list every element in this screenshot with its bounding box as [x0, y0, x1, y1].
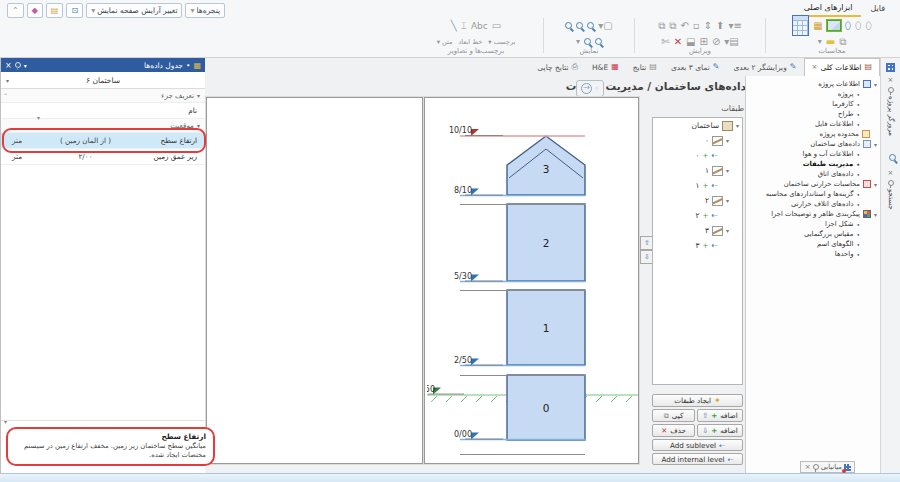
undo-icon[interactable]: ↶ — [680, 21, 688, 31]
windows-button[interactable]: پنجره‌ها▾ — [185, 3, 225, 18]
delete-floor-button[interactable]: حذف✕ — [652, 424, 695, 437]
tree-item-floor[interactable]: ▾۰ — [653, 133, 742, 148]
data-table-titlebar[interactable]: ▦ •جدول داده‌ها ▾ × — [1, 58, 205, 72]
nav-item-floor-management[interactable]: •مدیریت طبقات — [746, 159, 880, 169]
resize-icon[interactable]: ⇕ — [704, 21, 712, 31]
dimension-line-button[interactable]: خط ابعاد — [458, 38, 482, 46]
highlight-icon[interactable]: ▬ — [826, 37, 835, 47]
shape-icon[interactable]: ▭ — [492, 21, 501, 31]
chevron-down-icon[interactable]: ▾ — [726, 137, 729, 144]
tree-item-floor[interactable]: ▾۳ — [653, 223, 742, 238]
create-floors-button[interactable]: ✦ایجاد طبقات — [652, 394, 743, 407]
tab-results[interactable]: ▤ نتایج — [626, 59, 664, 76]
tab-hne[interactable]: ▦ H&E — [585, 59, 626, 76]
tree-item-floor[interactable]: ▾۲ — [653, 193, 742, 208]
list-icon[interactable]: ≡▾ — [728, 21, 741, 31]
tab-3d-view[interactable]: ✎ نمای ۳ بعدی — [664, 59, 727, 76]
line-icon[interactable]: ╲ — [451, 21, 457, 31]
tree-item-level[interactable]: ⇠+۲ — [653, 208, 742, 223]
chevron-down-icon[interactable]: ▾ — [726, 167, 729, 174]
chevron-down-icon[interactable]: ▾ — [4, 418, 7, 425]
close-icon[interactable]: × — [812, 63, 818, 71]
search-icon[interactable] — [886, 146, 896, 165]
add-floor-above-button[interactable]: اضافه+⇧ — [697, 409, 743, 422]
section-position[interactable]: ▾موقعیت — [1, 119, 205, 133]
project-browser-vertical-tab[interactable]: مرورگر پروژه× — [887, 76, 895, 136]
nav-forward-button[interactable]: ⁘ → — [576, 80, 604, 97]
zoom-extents-icon[interactable] — [565, 22, 572, 29]
building-selector[interactable]: ساختمان ۶ ▾ — [1, 72, 205, 89]
search-vertical-tab[interactable]: جستجو× — [887, 169, 895, 210]
chevron-down-icon[interactable]: ▾ — [37, 114, 40, 121]
project-browser-icon[interactable] — [886, 63, 895, 72]
add-sublevel-button[interactable]: Add sublevel⇠ — [652, 439, 743, 451]
forbid-icon[interactable]: ⊘ — [712, 37, 720, 47]
chevron-down-icon[interactable]: ▾ — [24, 62, 27, 69]
zoom-in-icon[interactable] — [587, 22, 594, 29]
nav-item-designer[interactable]: •طراح — [746, 109, 880, 119]
building-elevation-canvas[interactable]: 10/10 8/10 5/30 2/50 1/50 0/00 3 — [424, 97, 639, 464]
zoom-selection-icon[interactable] — [595, 38, 602, 45]
move-up-icon[interactable]: ⬆ — [716, 21, 724, 31]
close-icon[interactable]: × — [887, 76, 895, 84]
nav-item-weather-info[interactable]: •اطلاعات آب و هوا — [746, 149, 880, 159]
active-view-icon[interactable] — [827, 20, 841, 31]
interpolation-tab[interactable]: میانیابی × — [800, 461, 855, 473]
nav-item-project[interactable]: •پروژه — [746, 89, 880, 99]
close-icon[interactable]: × — [887, 169, 895, 177]
tree-item-level[interactable]: ⇠+۳ — [653, 238, 742, 253]
delete-icon[interactable]: ✕ — [674, 37, 682, 47]
chevron-down-icon[interactable]: ▾ — [726, 227, 729, 234]
copy-icon[interactable]: ⧉ — [658, 21, 665, 31]
pin-icon[interactable] — [813, 464, 819, 470]
nav-item-component-shapes[interactable]: •شکل اجزا — [746, 219, 880, 229]
report-icon[interactable]: ▦ — [813, 21, 822, 31]
water-drop-icon[interactable]: ⬯ — [865, 21, 871, 31]
tree-item-level[interactable]: ⇠+۱ — [653, 178, 742, 193]
paste-icon[interactable]: ⧉ — [669, 21, 676, 31]
chevron-down-icon[interactable]: ▾ — [818, 38, 822, 46]
text-tool-button[interactable]: متن ▾ — [437, 38, 453, 46]
nav-item-project-scope[interactable]: محدوده پروژه — [746, 129, 880, 139]
collapse-ribbon-button[interactable]: ⌃ — [7, 3, 24, 18]
chevron-down-icon[interactable]: ▾ — [726, 197, 729, 204]
building-shape[interactable] — [507, 136, 585, 440]
pin-icon[interactable] — [15, 62, 21, 68]
tab-2d-editor[interactable]: ✎ ویرایشگر ۲ بعدی — [727, 59, 804, 76]
pin-icon[interactable] — [888, 87, 894, 93]
scroll-up-arrow[interactable]: ⌃ — [3, 92, 8, 99]
abc-text-icon[interactable]: Abc — [471, 21, 488, 31]
nav-item-units[interactable]: •واحدها — [746, 249, 880, 259]
nav-item-heat-loss-data[interactable]: •داده‌های اتلاف حرارتی — [746, 199, 880, 209]
close-icon[interactable]: × — [805, 463, 811, 471]
nav-item-options-standards[interactable]: •گزینه‌ها و استانداردهای محاسبه — [746, 189, 880, 199]
property-row-name[interactable]: نام ▾ — [1, 103, 205, 119]
chevron-down-icon[interactable]: ▾ — [576, 38, 580, 46]
grid-icon[interactable]: ⊞ — [700, 37, 708, 47]
copy-result-icon[interactable]: ⧉ — [839, 37, 846, 47]
nav-item-file-info[interactable]: •اطلاعات فایل — [746, 119, 880, 129]
tree-item-level[interactable]: ⇠+۰ — [653, 148, 742, 163]
box-icon[interactable]: ▫ — [693, 21, 700, 31]
monitor-button[interactable]: ⊡ — [66, 3, 83, 18]
screen-layout-button[interactable]: تغییر آرایش صفحه نمایش▾ — [86, 3, 182, 18]
window-zoom-icon[interactable]: ▢▾ — [598, 21, 612, 31]
tree-item-building[interactable]: ▾ساختمان — [653, 118, 742, 133]
layers-button[interactable]: ▤ — [46, 3, 64, 18]
property-row-below-ground-depth[interactable]: زیر عمق زمین ۲/۰۰ متر — [1, 149, 205, 165]
nav-item-client[interactable]: •کارفرما — [746, 99, 880, 109]
zoom-out-icon[interactable] — [576, 22, 583, 29]
label-tool-button[interactable]: برچسب ▾ — [488, 38, 515, 46]
zoom-previous-icon[interactable] — [584, 38, 591, 45]
pin-icon[interactable] — [888, 180, 894, 186]
tab-file[interactable]: فایل — [861, 2, 894, 16]
merge-icon[interactable]: ⬓ — [686, 37, 695, 47]
section-part-definition[interactable]: ▾تعریف جزء — [1, 89, 205, 103]
add-internal-level-button[interactable]: Add internal level⇠ — [652, 453, 743, 465]
left-drawing-canvas[interactable] — [206, 97, 423, 464]
tab-print-results[interactable]: ⎙ نتایج چاپی — [530, 59, 585, 76]
close-icon[interactable]: × — [5, 61, 12, 70]
add-floor-below-button[interactable]: اضافه+⇩ — [697, 424, 743, 437]
chevron-down-icon[interactable]: ▾ — [736, 122, 739, 129]
nav-item-appearance-config[interactable]: ▾پیکربندی ظاهر و توضیحات اجرا — [746, 209, 880, 219]
